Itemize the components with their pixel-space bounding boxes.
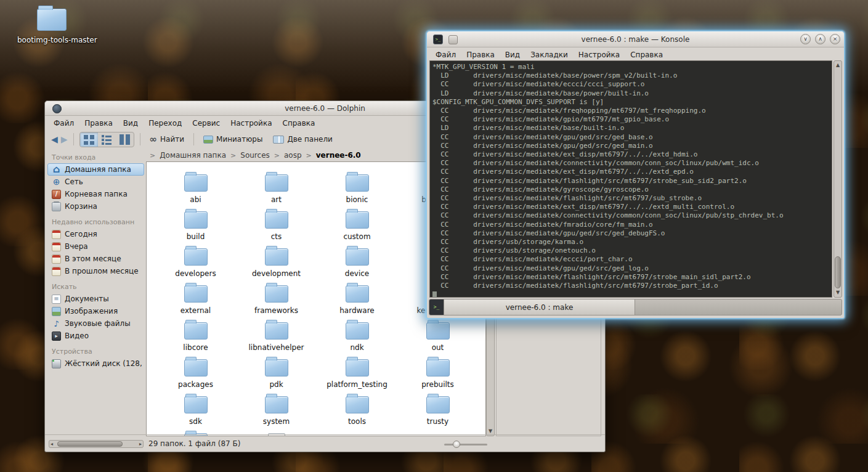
menu-item-bookmarks[interactable]: Закладки (525, 49, 573, 60)
menu-item-tools[interactable]: Сервис (187, 118, 225, 129)
maximize-button[interactable]: ∧ (815, 34, 825, 44)
menu-item-file[interactable]: Файл (49, 118, 79, 129)
folder-item[interactable]: libcore (155, 320, 236, 357)
folder-icon (37, 9, 67, 31)
folder-item[interactable]: system (236, 394, 317, 431)
folder-item[interactable]: external (155, 283, 236, 320)
folder-item[interactable]: packages (155, 357, 236, 394)
sidebar-item-this-month[interactable]: В этом месяце (47, 253, 144, 265)
scroll-right-icon[interactable]: ▸ (139, 441, 142, 447)
menu-item-help[interactable]: Справка (278, 118, 320, 129)
zoom-slider-handle[interactable] (453, 441, 460, 448)
icons-view-button[interactable] (80, 132, 98, 147)
folder-icon (426, 322, 450, 340)
folder-item[interactable]: prebuilts (397, 357, 478, 394)
sidebar-item-documents[interactable]: Документы (47, 293, 144, 305)
terminal-output[interactable]: *MTK_GPU_VERSION 1 = mali LD drivers/mis… (429, 60, 832, 298)
breadcrumb-current[interactable]: vernee-6.0 (316, 151, 361, 160)
details-view-button[interactable] (98, 132, 116, 147)
folder-icon (346, 359, 369, 376)
sidebar-item-images[interactable]: Изображения (47, 305, 144, 317)
folder-item[interactable]: developers (155, 246, 236, 283)
folder-item[interactable]: cts (236, 209, 317, 246)
sidebar-item-home[interactable]: Домашняя папка (47, 163, 144, 176)
folder-item[interactable]: trusty (397, 394, 478, 431)
scroll-up-icon[interactable]: ▲ (834, 62, 842, 69)
sidebar-item-root[interactable]: Корневая папка (47, 188, 144, 200)
menu-item-edit[interactable]: Правка (461, 49, 500, 60)
breadcrumb-aosp[interactable]: aosp (284, 151, 302, 160)
scroll-left-icon[interactable]: ◂ (51, 441, 53, 447)
window-pin-icon[interactable] (448, 35, 458, 44)
tab-active[interactable]: vernee-6.0 : make (444, 299, 635, 315)
columns-view-button[interactable] (116, 132, 134, 147)
menu-item-view[interactable]: Вид (500, 49, 525, 60)
close-button[interactable]: × (830, 34, 840, 44)
breadcrumb-arrow-icon: > (230, 152, 236, 160)
sidebar-item-audio[interactable]: Звуковые файлы (47, 317, 144, 330)
view-mode-group (79, 132, 134, 147)
zoom-slider[interactable] (444, 444, 487, 446)
folder-item[interactable]: art (236, 172, 317, 209)
sidebar-item-trash[interactable]: Корзина (47, 200, 144, 213)
minimize-button[interactable]: ∨ (800, 34, 811, 44)
folder-item[interactable]: tools (317, 394, 397, 431)
window-menu-icon[interactable] (52, 104, 62, 113)
menu-item-view[interactable]: Вид (118, 118, 143, 129)
root-folder-icon (52, 190, 61, 199)
folder-item[interactable]: build (155, 209, 236, 246)
folder-item[interactable]: out (397, 320, 478, 357)
terminal-line: CC drivers/misc/mediatek/flashlight/src/… (432, 282, 832, 290)
folder-item[interactable]: hardware (317, 283, 397, 320)
menu-item-settings[interactable]: Настройка (225, 118, 277, 129)
terminal-line: CC drivers/misc/mediatek/flashlight/src/… (432, 273, 832, 282)
video-icon (52, 332, 61, 341)
split-button[interactable]: Две панели (269, 133, 336, 145)
scroll-down-icon[interactable]: ▼ (834, 289, 842, 296)
menu-item-go[interactable]: Переход (144, 118, 187, 129)
folder-item[interactable]: platform_testing (317, 357, 397, 394)
status-bar: ◂ ▸ 29 папок. 1 файл (87 Б) (45, 434, 605, 452)
menu-item-edit[interactable]: Правка (79, 118, 118, 129)
folder-item[interactable]: abi (155, 172, 236, 209)
folder-icon (184, 174, 208, 192)
sidebar-item-today[interactable]: Сегодня (47, 228, 144, 240)
folder-item[interactable]: ndk (317, 320, 397, 357)
scrollbar-thumb[interactable] (835, 256, 841, 288)
trash-icon (52, 202, 61, 211)
folder-item[interactable]: sdk (155, 394, 236, 431)
sidebar-item-video[interactable]: Видео (47, 330, 144, 342)
back-button[interactable]: ◀ (51, 135, 58, 144)
desktop-icon-bootimg-tools[interactable]: bootimg-tools-master (17, 4, 86, 44)
forward-button[interactable]: ▶ (61, 135, 68, 144)
folder-item[interactable]: bionic (317, 172, 397, 209)
previews-button[interactable]: Миниатюры (200, 133, 266, 145)
horizontal-scrollbar[interactable]: ◂ ▸ (49, 440, 144, 448)
folder-item[interactable]: custom (317, 209, 397, 246)
folder-item[interactable]: device (317, 246, 397, 283)
konsole-titlebar[interactable]: >_ vernee-6.0 : make — Konsole ∨ ∧ × (427, 31, 844, 47)
find-button[interactable]: ∞ Найти (146, 133, 188, 146)
terminal-scrollbar[interactable]: ▲ ▼ (834, 60, 842, 298)
sidebar-item-network[interactable]: Сеть (47, 176, 144, 188)
folder-item[interactable]: pdk (236, 357, 317, 394)
window-title: vernee-6.0 : make — Konsole (582, 35, 690, 44)
details-view-icon (102, 134, 112, 145)
sidebar-item-last-month[interactable]: В прошлом месяце (47, 265, 144, 277)
sidebar-item-yesterday[interactable]: Вчера (47, 240, 144, 253)
terminal-app-icon[interactable]: >_ (433, 35, 443, 44)
menu-item-help[interactable]: Справка (625, 49, 668, 60)
new-tab-button[interactable]: >_ (429, 299, 444, 315)
breadcrumb-home[interactable]: Домашняя папка (160, 151, 226, 160)
sidebar-item-harddisk[interactable]: Жёсткий диск (128, (47, 357, 144, 370)
folder-item[interactable]: libnativehelper (236, 320, 317, 357)
folder-item[interactable]: frameworks (236, 283, 317, 320)
folder-icon (184, 396, 208, 413)
breadcrumb-sources[interactable]: Sources (240, 151, 269, 160)
folder-icon (184, 285, 208, 303)
scrollbar-thumb[interactable] (57, 441, 123, 447)
menu-item-file[interactable]: Файл (431, 49, 461, 60)
menu-item-settings[interactable]: Настройка (574, 49, 625, 60)
folder-icon (184, 248, 208, 266)
folder-item[interactable]: development (236, 246, 317, 283)
